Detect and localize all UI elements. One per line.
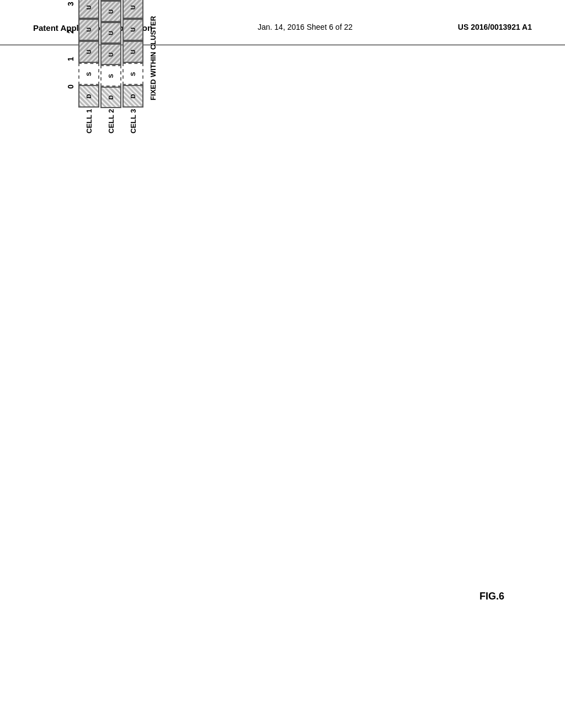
num-1: 1: [66, 45, 75, 73]
patent-number: US 2016/0013921 A1: [458, 22, 532, 33]
cell3-1: S: [122, 63, 143, 85]
fig-label: FIG.6: [479, 591, 504, 602]
cell1-label: CELL 1: [85, 108, 93, 133]
cell2-0: D: [100, 87, 121, 108]
cell1-2: U: [78, 41, 99, 63]
diagram-rotated: 0 1 2 3 4 5 6 7 8 9 CELL 1 D S U U: [66, 0, 157, 133]
row-cell1: CELL 1 D S U U U D S U U U ACTUAL DL/UL …: [78, 0, 99, 133]
cell3-4: U: [122, 0, 143, 19]
cell1-3: U: [78, 19, 99, 41]
num-2: 2: [66, 18, 75, 45]
cell3-2: U: [122, 41, 143, 63]
cell3-label: CELL 3: [129, 108, 137, 133]
row-cell2: CELL 2 D S U U U D S U U U ACTUAL DL/UL …: [100, 0, 121, 133]
cell2-1: S: [100, 65, 121, 87]
cell2-3: U: [100, 22, 121, 44]
fixed-within-cluster-label: FIXED WITHIN CLUSTER: [149, 0, 157, 100]
num-3: 3: [66, 0, 75, 18]
cell2-5: D: [100, 0, 121, 1]
main-content: 0 1 2 3 4 5 6 7 8 9 CELL 1 D S U U: [0, 45, 565, 718]
cell2-4: U: [100, 1, 121, 22]
cell2-label: CELL 2: [107, 108, 115, 133]
sheet-info: Jan. 14, 2016 Sheet 6 of 22: [258, 22, 353, 33]
row-cell3: CELL 3 D S U U U D D D D D ACTUAL DL/UL …: [122, 0, 143, 133]
cell1-0: D: [78, 85, 99, 107]
cell1-4: U: [78, 0, 99, 19]
num-0: 0: [66, 73, 75, 100]
cell2-2: U: [100, 44, 121, 65]
cell1-1: S: [78, 63, 99, 85]
cell3-0: D: [122, 85, 143, 107]
numbers-axis: 0 1 2 3 4 5 6 7 8 9: [66, 0, 75, 100]
cell3-3: U: [122, 19, 143, 41]
